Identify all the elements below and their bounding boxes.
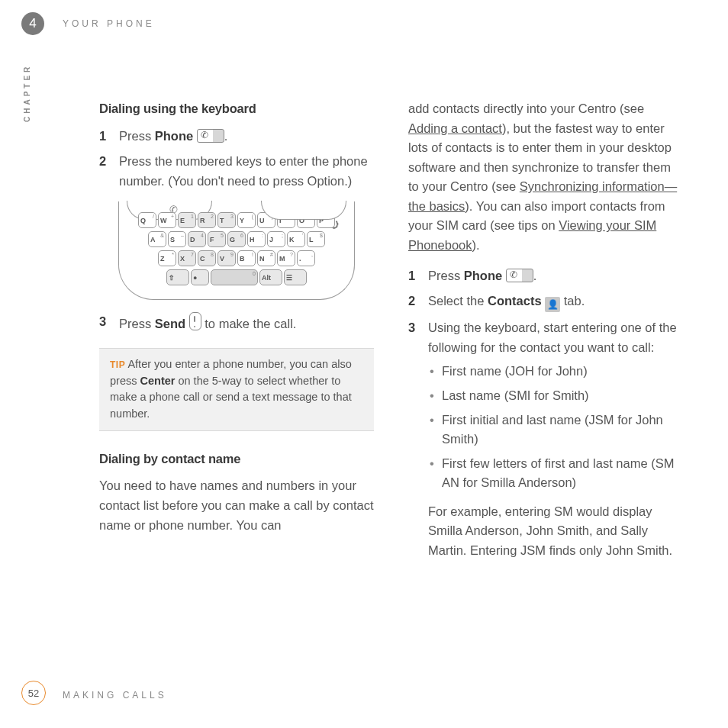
step-text: .	[533, 269, 537, 282]
key-row-3: Z*X7C8V9B!N#M?.,	[130, 250, 343, 266]
step-text: Select the	[428, 294, 488, 308]
key-alt: Alt	[259, 269, 282, 285]
footer-section-title: MAKING CALLS	[63, 690, 167, 701]
list-item: First name (JOH for John)	[442, 362, 683, 382]
key-p: P✳	[317, 212, 335, 228]
steps-keyboard: 1 Press Phone . 2 Press the numbered key…	[99, 127, 374, 192]
key-.: .,	[297, 250, 315, 266]
step-2: 2 Press the numbered keys to enter the p…	[99, 152, 374, 191]
chapter-label: CHAPTER	[23, 64, 31, 122]
step-2: 2 Select the Contacts 👤 tab.	[408, 292, 683, 312]
steps-keyboard-cont: 3 Press Send to make the call.	[99, 312, 374, 334]
key-j: J;	[267, 231, 285, 247]
step-3: 3 Using the keyboard, start entering one…	[408, 318, 683, 560]
key-t: T3	[217, 212, 236, 228]
body-text: ).	[472, 238, 480, 252]
chapter-number-badge: 4	[21, 12, 44, 35]
steps-contact: 1 Press Phone . 2 Select the Contacts 👤 …	[408, 266, 683, 561]
contacts-label: Contacts	[488, 294, 542, 308]
keyboard-illustration: ✆ ⌂ 📼 ✉ ⏻ Q/W+E1R2T3Y(U)I@O"P✳ A&S–D4F5G…	[118, 201, 355, 300]
body-text: add contacts directly into your Centro (…	[408, 101, 644, 115]
key-opt: ●	[191, 269, 209, 285]
key-m: M?	[277, 250, 295, 266]
key-s: S–	[168, 231, 186, 247]
send-icon	[189, 312, 201, 330]
content-columns: Dialing using the keyboard 1 Press Phone…	[99, 99, 690, 572]
key-o: O"	[297, 212, 315, 228]
key-a: A&	[148, 231, 166, 247]
contact-search-examples: First name (JOH for John)Last name (SMI …	[428, 362, 683, 492]
tip-label: TIP	[110, 359, 125, 370]
step-text: .	[224, 129, 228, 143]
key-w: W+	[158, 212, 176, 228]
key-c: C8	[198, 250, 216, 266]
key-v: V9	[217, 250, 236, 266]
key-l: L$	[307, 231, 325, 247]
heading-dialing-keyboard: Dialing using the keyboard	[99, 99, 374, 119]
key-u: U)	[257, 212, 275, 228]
key-n: N#	[257, 250, 275, 266]
list-item: First few letters of first and last name…	[442, 454, 683, 493]
right-column: add contacts directly into your Centro (…	[408, 99, 683, 572]
key-r: R2	[198, 212, 216, 228]
key-e: E1	[178, 212, 196, 228]
contacts-icon: 👤	[545, 297, 560, 312]
send-label: Send	[155, 317, 185, 330]
center-label: Center	[140, 375, 176, 387]
home-glyph-icon: ⌂	[298, 202, 304, 217]
key-y: Y(	[237, 212, 256, 228]
phone-icon	[506, 269, 533, 282]
key-g: G6	[227, 231, 246, 247]
step-text: Press	[119, 129, 155, 143]
key-k: K'	[287, 231, 305, 247]
phone-icon	[197, 129, 224, 143]
tip-box: TIP After you enter a phone number, you …	[99, 348, 374, 431]
step-text: Press	[428, 269, 464, 282]
left-column: Dialing using the keyboard 1 Press Phone…	[99, 99, 374, 572]
key-shift: ⇧	[166, 269, 189, 285]
step-1: 1 Press Phone .	[99, 127, 374, 147]
step-3: 3 Press Send to make the call.	[99, 312, 374, 334]
key-row-2: A&S–D4F5G6H:J;K'L$	[130, 231, 343, 247]
key-row-4: ⇧ ● 0 Alt ☰	[130, 269, 343, 285]
contact-intro-cont: add contacts directly into your Centro (…	[408, 99, 683, 256]
contact-intro: You need to have names and numbers in yo…	[99, 476, 374, 535]
step-text: tab.	[560, 294, 585, 308]
list-item: First initial and last name (JSM for Joh…	[442, 411, 683, 449]
header-section-title: YOUR PHONE	[63, 18, 155, 29]
step-text: Using the keyboard, start entering one o…	[428, 321, 677, 354]
phone-label: Phone	[464, 269, 502, 282]
key-h: H:	[247, 231, 266, 247]
heading-dialing-contact: Dialing by contact name	[99, 449, 374, 469]
link-adding-contact[interactable]: Adding a contact	[408, 121, 502, 135]
key-x: X7	[178, 250, 196, 266]
key-b: B!	[237, 250, 256, 266]
step-1: 1 Press Phone .	[408, 266, 683, 286]
key-f: F5	[208, 231, 226, 247]
step-text: Press	[119, 317, 155, 330]
key-row-1: Q/W+E1R2T3Y(U)I@O"P✳	[130, 212, 343, 228]
page-number: 52	[21, 681, 46, 705]
key-i: I@	[277, 212, 295, 228]
key-menu: ☰	[284, 269, 307, 285]
list-item: Last name (SMI for Smith)	[442, 386, 683, 406]
key-z: Z*	[158, 250, 176, 266]
key-q: Q/	[138, 212, 156, 228]
key-space: 0	[211, 269, 258, 285]
step-text: to make the call.	[201, 317, 297, 330]
step-text: Press the numbered keys to enter the pho…	[119, 152, 374, 191]
phone-label: Phone	[155, 129, 193, 143]
example-text: For example, entering SM would display S…	[428, 504, 672, 557]
key-d: D4	[188, 231, 206, 247]
